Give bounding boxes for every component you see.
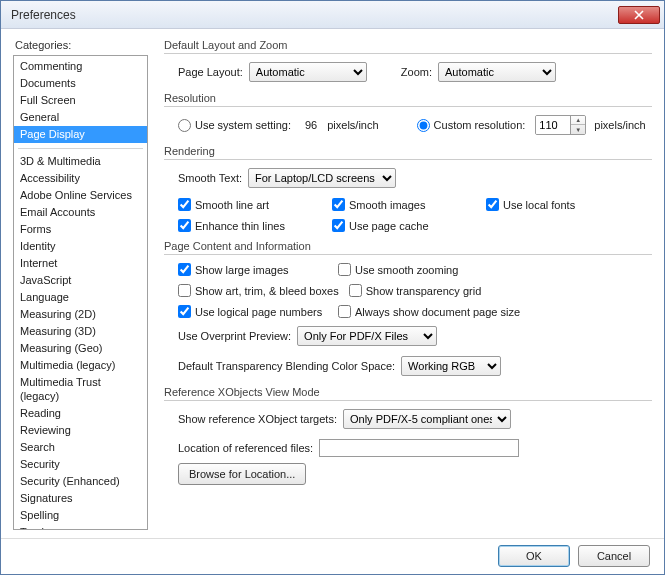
sidebar-item[interactable]: General — [14, 109, 147, 126]
page-layout-select[interactable]: Automatic — [249, 62, 367, 82]
blend-select[interactable]: Working RGB — [401, 356, 501, 376]
overprint-label: Use Overprint Preview: — [178, 330, 291, 342]
sidebar-item[interactable]: Measuring (2D) — [14, 306, 147, 323]
custom-resolution-input[interactable] — [536, 116, 570, 134]
custom-resolution-spinner[interactable]: ▲▼ — [535, 115, 586, 135]
sidebar-item[interactable]: Signatures — [14, 490, 147, 507]
system-resolution-radio[interactable] — [178, 119, 191, 132]
sidebar-item[interactable]: Security — [14, 456, 147, 473]
zoom-select[interactable]: Automatic — [438, 62, 556, 82]
sidebar-item[interactable]: 3D & Multimedia — [14, 153, 147, 170]
close-icon — [634, 10, 644, 20]
custom-resolution-radio[interactable] — [417, 119, 430, 132]
system-resolution-value: 96 — [305, 119, 317, 131]
categories-list[interactable]: CommentingDocumentsFull ScreenGeneralPag… — [13, 55, 148, 530]
sidebar-item[interactable]: Identity — [14, 238, 147, 255]
sidebar-item[interactable]: Measuring (3D) — [14, 323, 147, 340]
sidebar-item[interactable]: Adobe Online Services — [14, 187, 147, 204]
titlebar: Preferences — [1, 1, 664, 29]
show-large-images-checkbox[interactable] — [178, 263, 191, 276]
group-xobjects-title: Reference XObjects View Mode — [164, 386, 652, 401]
system-resolution-unit: pixels/inch — [327, 119, 378, 131]
blend-label: Default Transparency Blending Color Spac… — [178, 360, 395, 372]
browse-location-button[interactable]: Browse for Location... — [178, 463, 306, 485]
enhance-thin-lines-checkbox[interactable] — [178, 219, 191, 232]
smooth-images-checkbox[interactable] — [332, 198, 345, 211]
sidebar-item[interactable]: Multimedia Trust (legacy) — [14, 374, 147, 405]
use-page-cache-checkbox[interactable] — [332, 219, 345, 232]
spinner-down-icon[interactable]: ▼ — [571, 125, 585, 134]
system-resolution-label: Use system setting: — [195, 119, 291, 131]
group-layout-title: Default Layout and Zoom — [164, 39, 652, 54]
custom-resolution-label: Custom resolution: — [434, 119, 526, 131]
window-title: Preferences — [11, 8, 618, 22]
preferences-window: Preferences Categories: CommentingDocume… — [0, 0, 665, 575]
page-layout-label: Page Layout: — [178, 66, 243, 78]
group-pagecontent-title: Page Content and Information — [164, 240, 652, 255]
always-show-doc-size-checkbox[interactable] — [338, 305, 351, 318]
sidebar-item[interactable]: Email Accounts — [14, 204, 147, 221]
show-transparency-grid-checkbox[interactable] — [349, 284, 362, 297]
xobject-location-label: Location of referenced files: — [178, 442, 313, 454]
smooth-text-select[interactable]: For Laptop/LCD screens — [248, 168, 396, 188]
group-resolution-title: Resolution — [164, 92, 652, 107]
sidebar-item[interactable]: JavaScript — [14, 272, 147, 289]
sidebar-item[interactable]: Security (Enhanced) — [14, 473, 147, 490]
xobject-targets-label: Show reference XObject targets: — [178, 413, 337, 425]
smooth-line-art-checkbox[interactable] — [178, 198, 191, 211]
sidebar-item[interactable]: Search — [14, 439, 147, 456]
sidebar: Categories: CommentingDocumentsFull Scre… — [13, 39, 148, 526]
spinner-up-icon[interactable]: ▲ — [571, 116, 585, 125]
sidebar-item[interactable]: Multimedia (legacy) — [14, 357, 147, 374]
sidebar-item[interactable]: Accessibility — [14, 170, 147, 187]
sidebar-item[interactable]: Forms — [14, 221, 147, 238]
sidebar-separator — [18, 145, 143, 149]
use-smooth-zooming-checkbox[interactable] — [338, 263, 351, 276]
sidebar-item[interactable]: Measuring (Geo) — [14, 340, 147, 357]
sidebar-item[interactable]: Full Screen — [14, 92, 147, 109]
sidebar-item[interactable]: Reviewing — [14, 422, 147, 439]
use-logical-page-numbers-checkbox[interactable] — [178, 305, 191, 318]
sidebar-item[interactable]: Page Display — [14, 126, 147, 143]
smooth-text-label: Smooth Text: — [178, 172, 242, 184]
dialog-footer: OK Cancel — [1, 538, 664, 567]
sidebar-item[interactable]: Internet — [14, 255, 147, 272]
zoom-label: Zoom: — [401, 66, 432, 78]
use-local-fonts-checkbox[interactable] — [486, 198, 499, 211]
sidebar-item[interactable]: Language — [14, 289, 147, 306]
ok-button[interactable]: OK — [498, 545, 570, 567]
sidebar-item[interactable]: Documents — [14, 75, 147, 92]
custom-resolution-unit: pixels/inch — [594, 119, 645, 131]
xobject-location-input[interactable] — [319, 439, 519, 457]
cancel-button[interactable]: Cancel — [578, 545, 650, 567]
xobject-targets-select[interactable]: Only PDF/X-5 compliant ones — [343, 409, 511, 429]
show-art-trim-checkbox[interactable] — [178, 284, 191, 297]
sidebar-item[interactable]: Tracker — [14, 524, 147, 530]
sidebar-item[interactable]: Spelling — [14, 507, 147, 524]
close-button[interactable] — [618, 6, 660, 24]
sidebar-item[interactable]: Commenting — [14, 58, 147, 75]
overprint-select[interactable]: Only For PDF/X Files — [297, 326, 437, 346]
main-panel: Default Layout and Zoom Page Layout: Aut… — [148, 39, 652, 526]
categories-label: Categories: — [13, 39, 148, 51]
sidebar-item[interactable]: Reading — [14, 405, 147, 422]
group-rendering-title: Rendering — [164, 145, 652, 160]
